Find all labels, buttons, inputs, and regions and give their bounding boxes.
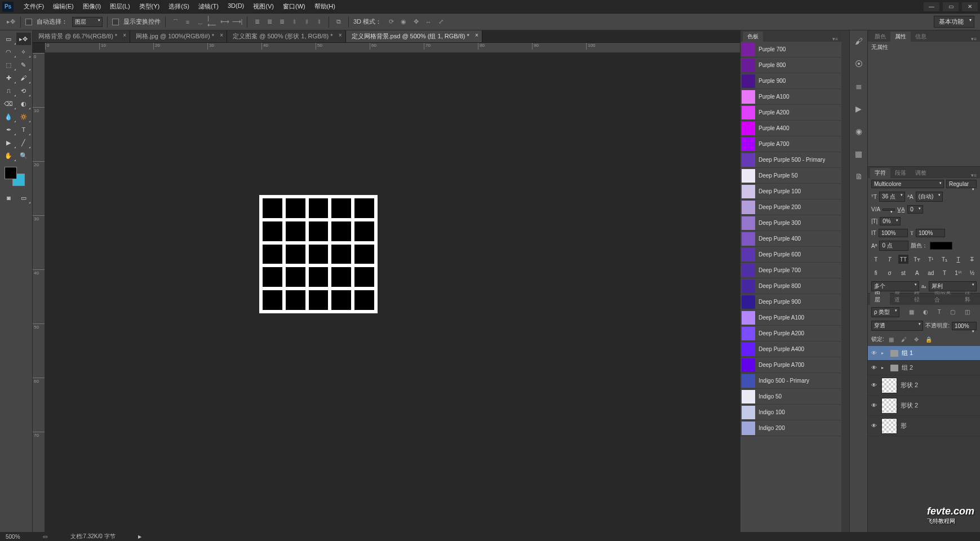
move-tool-indicator[interactable]: ▸✥ bbox=[6, 17, 16, 27]
brush-tool[interactable]: 🖌 bbox=[16, 72, 32, 84]
orbit-3d-icon[interactable]: ⟳ bbox=[386, 17, 396, 27]
layer-kind-filter[interactable]: ρ 类型 bbox=[871, 307, 899, 317]
layer-row[interactable]: 👁形 bbox=[868, 416, 980, 436]
character-tab[interactable]: 字符 bbox=[870, 168, 890, 178]
alternate-button[interactable]: A bbox=[912, 268, 922, 277]
fi-ligature-button[interactable]: fi bbox=[871, 268, 881, 277]
swatch-row[interactable]: Deep Purple 600 bbox=[740, 247, 841, 263]
distribute-vcenter-icon[interactable]: ≣ bbox=[264, 17, 274, 27]
filter-smart-icon[interactable]: ◫ bbox=[965, 309, 970, 315]
aa-mode-select[interactable]: 多个 bbox=[871, 281, 919, 291]
history-brush-tool[interactable]: ⟲ bbox=[16, 85, 32, 97]
document-tab[interactable]: 网格背景 @ 66.7%(RGB/8) *× bbox=[33, 30, 130, 42]
document-tab[interactable]: 网格.jpg @ 100%(RGB/8#) *× bbox=[130, 30, 227, 42]
swatch-row[interactable]: Purple A700 bbox=[740, 136, 841, 152]
color-tab[interactable]: 颜色 bbox=[870, 32, 890, 42]
shape-tool[interactable]: ╱ bbox=[16, 136, 32, 149]
ruler-vertical[interactable]: 010203040506070 bbox=[33, 53, 45, 532]
aa-method-select[interactable]: 犀利 bbox=[929, 281, 977, 291]
maximize-button[interactable]: ▭ bbox=[943, 2, 959, 11]
italic-button[interactable]: T bbox=[885, 255, 895, 264]
text-color-swatch[interactable] bbox=[930, 242, 952, 250]
menu-10[interactable]: 帮助(H) bbox=[310, 1, 340, 12]
tracking-input[interactable]: 0 bbox=[907, 205, 923, 214]
document-tab[interactable]: 定义图案 @ 500% (形状 1, RGB/8) *× bbox=[227, 30, 345, 42]
swatches-scrollbar[interactable] bbox=[841, 30, 849, 532]
distribute-top-icon[interactable]: ≣ bbox=[252, 17, 262, 27]
tab-close-icon[interactable]: × bbox=[339, 32, 342, 38]
allcaps-button[interactable]: TT bbox=[898, 255, 908, 264]
paragraph-tab[interactable]: 段落 bbox=[890, 168, 911, 178]
filter-adjust-icon[interactable]: ◐ bbox=[923, 309, 928, 315]
layer-row[interactable]: 👁形状 2 bbox=[868, 375, 980, 396]
lock-transparent-icon[interactable]: ▦ bbox=[886, 334, 897, 344]
swatch-row[interactable]: Indigo 50 bbox=[740, 389, 841, 405]
titling-button[interactable]: T bbox=[939, 268, 950, 277]
opacity-input[interactable]: 100% bbox=[952, 322, 977, 330]
tab-close-icon[interactable]: × bbox=[123, 32, 126, 38]
st-ligature-button[interactable]: st bbox=[898, 268, 908, 277]
document-tab[interactable]: 定义网格背景.psd @ 500% (组 1, RGB/8) *× bbox=[346, 30, 482, 42]
swatch-row[interactable]: Deep Purple A100 bbox=[740, 310, 841, 326]
strikethrough-button[interactable]: T bbox=[967, 255, 977, 264]
menu-7[interactable]: 3D(D) bbox=[223, 1, 249, 12]
swatch-row[interactable]: Purple 900 bbox=[740, 73, 841, 89]
visibility-eye-icon[interactable]: 👁 bbox=[870, 364, 878, 372]
visibility-eye-icon[interactable]: 👁 bbox=[870, 382, 878, 389]
filter-pixel-icon[interactable]: ▦ bbox=[909, 309, 914, 315]
dock-history-icon[interactable]: ≣ bbox=[853, 80, 865, 92]
eyedropper-tool[interactable]: ✎ bbox=[16, 59, 32, 71]
layer-row[interactable]: 👁▸组 1 bbox=[868, 346, 980, 361]
font-size-input[interactable]: 36 点 bbox=[879, 192, 905, 202]
blur-tool[interactable]: 💧 bbox=[1, 110, 16, 123]
dodge-tool[interactable]: 🔅 bbox=[16, 110, 32, 123]
properties-tab[interactable]: 属性 bbox=[890, 32, 911, 42]
dock-styles-icon[interactable]: ◉ bbox=[853, 125, 865, 138]
swatch-row[interactable]: Indigo 200 bbox=[740, 420, 841, 436]
swatches-tab[interactable]: 色板 bbox=[743, 32, 763, 42]
swatch-row[interactable]: Deep Purple 200 bbox=[740, 199, 841, 215]
align-left-icon[interactable]: |⟵ bbox=[207, 17, 218, 27]
lock-all-icon[interactable]: 🔒 bbox=[924, 334, 934, 344]
subscript-button[interactable]: T₁ bbox=[939, 255, 950, 264]
leading-input[interactable]: (自动) bbox=[916, 192, 943, 202]
quickmask-tool[interactable]: ◙ bbox=[1, 192, 16, 204]
adjust-tab[interactable]: 调整 bbox=[911, 168, 931, 178]
panel-menu-icon[interactable]: ▾≡ bbox=[968, 36, 980, 42]
lasso-tool[interactable]: ◠ bbox=[1, 46, 16, 58]
smallcaps-button[interactable]: Tᴛ bbox=[912, 255, 922, 264]
expand-arrow-icon[interactable]: ▸ bbox=[881, 365, 887, 370]
distribute-hcenter-icon[interactable]: ⦀ bbox=[301, 17, 312, 27]
color-swatches[interactable] bbox=[1, 167, 31, 189]
o-feature-button[interactable]: σ bbox=[885, 268, 895, 277]
swatch-row[interactable]: Deep Purple 900 bbox=[740, 294, 841, 310]
menu-1[interactable]: 编辑(E) bbox=[48, 1, 78, 12]
auto-align-icon[interactable]: ⧉ bbox=[334, 17, 344, 27]
auto-select-checkbox[interactable] bbox=[25, 19, 32, 25]
gradient-tool[interactable]: ◐ bbox=[16, 97, 32, 110]
dock-libraries-icon[interactable]: ▦ bbox=[853, 148, 865, 160]
zoom-level[interactable]: 500% bbox=[6, 534, 20, 540]
menu-3[interactable]: 图层(L) bbox=[105, 1, 134, 12]
menu-4[interactable]: 类型(Y) bbox=[135, 1, 165, 12]
menu-8[interactable]: 视图(V) bbox=[249, 1, 278, 12]
slide-3d-icon[interactable]: ↔ bbox=[423, 17, 433, 27]
lock-pixels-icon[interactable]: 🖌 bbox=[899, 334, 909, 344]
blend-mode-select[interactable]: 穿透 bbox=[871, 321, 923, 331]
visibility-eye-icon[interactable]: 👁 bbox=[870, 402, 878, 410]
marquee-tool[interactable]: ▭ bbox=[1, 33, 16, 45]
swatch-row[interactable]: Deep Purple 100 bbox=[740, 184, 841, 199]
ruler-horizontal[interactable]: 0102030405060708090100 bbox=[45, 43, 740, 53]
swatch-row[interactable]: Deep Purple A400 bbox=[740, 342, 841, 357]
canvas-view[interactable] bbox=[45, 53, 740, 532]
align-bottom-icon[interactable]: ⎵ bbox=[195, 17, 205, 27]
panel-menu-icon[interactable]: ▾≡ bbox=[968, 172, 980, 178]
layer-row[interactable]: 👁▸组 2 bbox=[868, 361, 980, 375]
swatch-row[interactable]: Purple A200 bbox=[740, 105, 841, 121]
foreground-color[interactable] bbox=[5, 167, 17, 179]
align-vcenter-icon[interactable]: ≡ bbox=[183, 17, 193, 27]
swatch-row[interactable]: Deep Purple 400 bbox=[740, 231, 841, 247]
dock-actions-icon[interactable]: ▶ bbox=[853, 103, 865, 115]
font-family-select[interactable]: Multicolore bbox=[871, 180, 944, 188]
kerning-input[interactable] bbox=[883, 209, 895, 211]
